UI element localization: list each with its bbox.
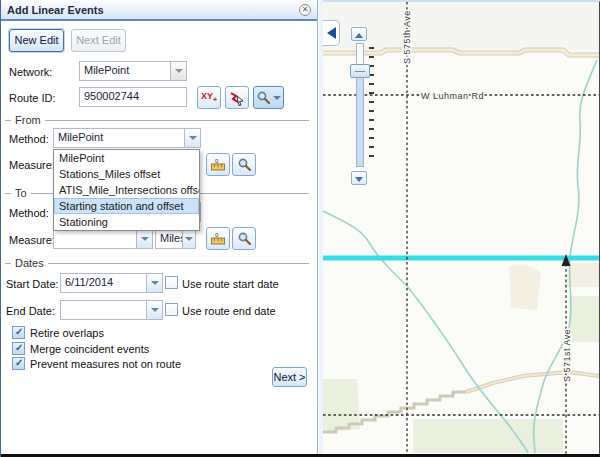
magnifier-icon [238, 158, 251, 171]
retire-overlaps-label: Retire overlaps [30, 327, 104, 339]
prevent-measures-checkbox[interactable] [12, 357, 25, 370]
dropdown-option-highlighted[interactable]: Starting station and offset [54, 198, 199, 214]
use-route-start-date-label: Use route start date [182, 278, 279, 290]
magnifier-icon [238, 232, 251, 245]
network-label: Network: [9, 66, 52, 78]
route-search-dropdown-button[interactable] [253, 86, 284, 109]
ruler-icon: 0 [210, 157, 226, 172]
chevron-down-icon [273, 96, 281, 104]
start-date-dropdown-icon[interactable] [146, 274, 162, 292]
from-fieldset-legend: From [5, 114, 309, 126]
xy-icon: XY+ [201, 91, 217, 105]
from-method-dropdown-icon[interactable] [184, 129, 200, 147]
to-measure-unit-value: Miles [160, 232, 182, 244]
retire-overlaps-checkbox[interactable] [12, 326, 25, 339]
ruler-icon: 0 [210, 231, 226, 246]
to-method-label: Method: [9, 207, 49, 219]
close-icon[interactable]: ✕ [299, 4, 311, 16]
from-method-combo[interactable]: MilePoint [53, 128, 201, 148]
from-measure-label: Measure: [9, 159, 55, 171]
use-route-start-date-checkbox[interactable] [165, 276, 178, 289]
zoom-in-icon [355, 29, 363, 38]
collapse-arrow-icon [327, 27, 336, 39]
new-edit-button[interactable]: New Edit [9, 29, 64, 52]
method-dropdown-list: MilePoint Stations_Miles offset ATIS_Mil… [53, 149, 200, 231]
dropdown-option[interactable]: Stations_Miles offset [54, 166, 199, 182]
from-measure-tool-button[interactable]: 0 [206, 153, 230, 176]
to-measure-unit-combo[interactable]: Miles [155, 229, 196, 249]
start-date-value: 6/11/2014 [65, 276, 144, 288]
use-route-end-date-checkbox[interactable] [165, 303, 178, 316]
use-route-end-date-label: Use route end date [182, 305, 276, 317]
field-patch [509, 265, 541, 310]
from-measure-search-button[interactable] [232, 153, 256, 176]
magnifier-icon [257, 91, 270, 104]
map-pointer-icon [229, 90, 245, 106]
end-date-combo[interactable] [60, 300, 163, 320]
end-date-dropdown-icon[interactable] [146, 301, 162, 319]
to-measure-label: Measure: [9, 234, 55, 246]
network-value: MilePoint [84, 64, 168, 76]
route-id-label: Route ID: [9, 92, 55, 104]
to-measure-search-button[interactable] [232, 227, 256, 250]
start-date-label: Start Date: [6, 278, 59, 290]
zoom-in-button[interactable] [351, 27, 367, 41]
map-viewport[interactable]: W Luhman Rd S 575th Ave S 571st Ave [323, 0, 600, 454]
greenspace-patch [569, 296, 599, 342]
add-linear-events-panel: Add Linear Events ✕ New Edit Next Edit N… [1, 0, 318, 454]
road-label-horizontal: W Luhman Rd [421, 91, 484, 101]
field-patch [567, 263, 599, 287]
next-button[interactable]: Next > [272, 367, 307, 387]
road-label-vertical-left: S 575th Ave [402, 10, 412, 64]
zoom-slider-track[interactable] [356, 43, 364, 167]
app-window: Add Linear Events ✕ New Edit Next Edit N… [0, 0, 600, 457]
prevent-measures-label: Prevent measures not on route [30, 358, 181, 370]
network-dropdown-icon[interactable] [170, 62, 186, 80]
from-method-label: Method: [9, 133, 49, 145]
to-measure-dropdown-icon[interactable] [136, 230, 152, 248]
collapse-panel-button[interactable] [323, 20, 340, 46]
route-id-value: 950002744 [84, 90, 182, 102]
greenspace-patch [413, 419, 563, 453]
route-id-input[interactable]: 950002744 [79, 87, 187, 107]
panel-title: Add Linear Events [7, 4, 104, 16]
zoom-slider-fill [357, 74, 363, 166]
from-method-value: MilePoint [58, 131, 182, 143]
merge-coincident-events-checkbox[interactable] [12, 342, 25, 355]
zoom-out-icon [355, 177, 363, 186]
dropdown-option[interactable]: MilePoint [54, 150, 199, 166]
svg-text:0: 0 [215, 158, 219, 164]
to-measure-tool-button[interactable]: 0 [206, 227, 230, 250]
network-combo[interactable]: MilePoint [79, 61, 187, 81]
next-edit-button: Next Edit [71, 29, 126, 52]
start-date-combo[interactable]: 6/11/2014 [60, 273, 163, 293]
zoom-out-button[interactable] [351, 171, 367, 185]
panel-header: Add Linear Events ✕ [1, 0, 317, 21]
dropdown-option[interactable]: ATIS_Mile_Intersections offset [54, 182, 199, 198]
add-xy-button[interactable]: XY+ [197, 86, 221, 109]
dates-fieldset-legend: Dates [5, 257, 309, 269]
select-route-on-map-button[interactable] [225, 86, 249, 109]
road-label-vertical-right: S 571st Ave [562, 329, 572, 382]
merge-coincident-events-label: Merge coincident events [30, 343, 149, 355]
dropdown-option[interactable]: Stationing [54, 214, 199, 230]
svg-text:0: 0 [215, 232, 219, 238]
to-unit-dropdown-icon[interactable] [182, 230, 195, 248]
zoom-slider-handle[interactable] [350, 64, 370, 78]
to-measure-combo[interactable] [53, 229, 153, 249]
end-date-label: End Date: [6, 305, 55, 317]
